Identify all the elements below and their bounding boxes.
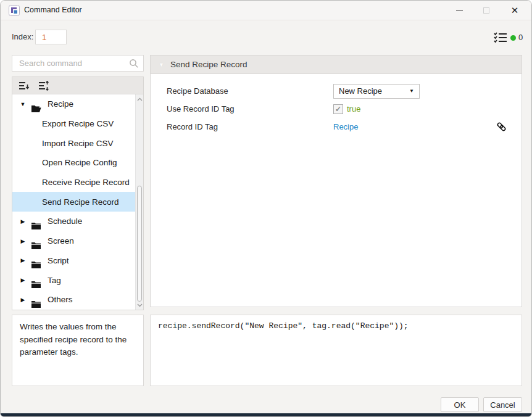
chevron-right-icon[interactable]: ▶ [19,297,27,303]
tree-item-tag[interactable]: ▶Tag [12,270,143,290]
tree-item-export-recipe-csv[interactable]: Export Recipe CSV [12,114,143,134]
close-button[interactable]: ✕ [502,1,528,20]
tree-item-recipe[interactable]: ▼Recipe [12,94,143,114]
maximize-button[interactable] [473,1,499,20]
script-preview: recipe.sendRecord("New Recipe", tag.read… [150,315,522,386]
field-row-recipe-database: Recipe DatabaseNew Recipe▼ [151,82,522,100]
use-record-id-tag-checkbox[interactable]: ✓ [333,104,343,114]
field-label: Record ID Tag [167,122,218,131]
tree-item-send-recipe-record[interactable]: Send Recipe Record [12,192,143,212]
link-tag-icon[interactable] [496,122,507,132]
checkbox-value-label: true [347,104,360,114]
detail-panel: ▼ Send Recipe Record Recipe DatabaseNew … [150,55,522,307]
tree-item-script[interactable]: ▶Script [12,251,143,271]
app-logo-icon [9,5,20,16]
titlebar: Command Editor ✕ [1,1,531,20]
error-count: 0 [518,33,523,42]
tree-item-label: Send Recipe Record [12,197,119,207]
chevron-down-icon[interactable]: ▼ [19,101,27,107]
field-row-record-id-tag: Record ID TagRecipe [151,118,522,136]
window-title: Command Editor [24,6,82,14]
tree-item-open-recipe-config[interactable]: Open Recipe Config [12,153,143,173]
field-label: Recipe Database [167,86,228,96]
minimize-button[interactable] [446,1,472,20]
ok-button[interactable]: OK [441,397,479,412]
expand-all-icon[interactable] [37,80,51,92]
checklist-icon[interactable] [494,32,507,43]
detail-title: Send Recipe Record [170,60,247,69]
command-tree: ▼RecipeExport Recipe CSVImport Recipe CS… [12,94,144,310]
chevron-down-icon: ▼ [409,88,414,94]
window-bottom-edge [1,413,531,416]
chevron-right-icon[interactable]: ▶ [19,238,27,244]
maximize-icon [483,7,489,14]
collapse-all-icon[interactable] [17,80,31,92]
cancel-button[interactable]: Cancel [483,397,522,412]
close-icon: ✕ [511,6,519,15]
scroll-down-icon[interactable] [136,300,144,310]
tree-item-import-recipe-csv[interactable]: Import Recipe CSV [12,133,143,153]
chevron-right-icon[interactable]: ▶ [19,218,27,225]
search-icon [129,59,139,68]
tree-item-label: Import Recipe CSV [12,139,114,148]
command-editor-window: Command Editor ✕ Index: 0 [0,0,532,417]
tree-item-screen[interactable]: ▶Screen [12,231,143,251]
chevron-right-icon[interactable]: ▶ [19,277,27,283]
search-input[interactable] [12,56,143,71]
dropdown-value: New Recipe [339,86,382,96]
field-label: Use Record ID Tag [167,104,235,114]
tree-item-label: Export Recipe CSV [12,119,114,128]
chevron-right-icon[interactable]: ▶ [19,257,27,263]
command-description: Writes the values from the specified rec… [12,315,144,386]
tree-item-receive-recipe-record[interactable]: Receive Recipe Record [12,173,143,192]
detail-header[interactable]: ▼ Send Recipe Record [151,56,522,74]
minimize-icon [456,10,463,10]
tree-scrollbar[interactable] [135,94,143,310]
tree-item-label: Receive Recipe Record [12,178,130,187]
scroll-up-icon[interactable] [136,94,144,104]
scrollbar-thumb[interactable] [137,186,142,302]
index-label: Index: [12,32,33,41]
index-input[interactable] [35,30,67,44]
tree-toolbar [12,76,144,94]
tree-item-others[interactable]: ▶Others [12,290,143,310]
tree-item-schedule[interactable]: ▶Schedule [12,212,143,231]
search-box [12,55,144,72]
field-row-use-record-id-tag: Use Record ID Tag✓true [151,100,522,118]
record-id-tag-link[interactable]: Recipe [333,122,358,131]
tree-item-label: Open Recipe Config [12,158,117,167]
chevron-down-icon: ▼ [159,62,164,68]
recipe-database-dropdown[interactable]: New Recipe▼ [333,84,420,99]
status-ok-dot-icon [510,35,516,41]
